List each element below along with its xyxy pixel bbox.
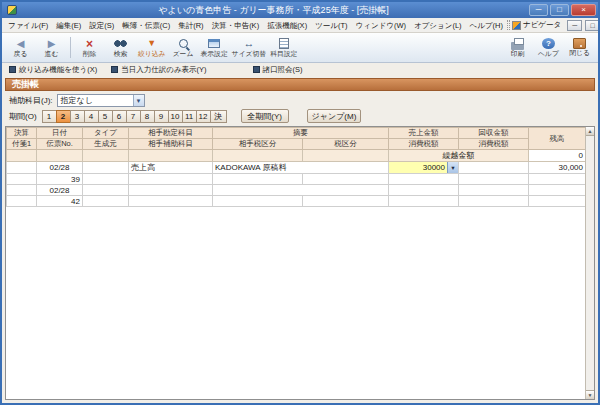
cell-fusen[interactable] xyxy=(7,185,37,196)
menu-help[interactable]: ヘルプ(H) xyxy=(466,18,507,33)
mdi-restore-button[interactable] xyxy=(585,20,598,31)
period-button-4[interactable]: 4 xyxy=(84,110,99,123)
cell-slip-no[interactable]: 42 xyxy=(37,196,83,207)
cell-subaccount[interactable] xyxy=(129,174,213,185)
menu-extensions[interactable]: 拡張機能(X) xyxy=(263,18,311,33)
mdi-minimize-button[interactable] xyxy=(567,20,582,31)
cell-account[interactable]: 売上高 xyxy=(129,162,213,174)
cell[interactable] xyxy=(37,150,83,162)
cell-tax[interactable] xyxy=(303,196,389,207)
menu-totals[interactable]: 集計(R) xyxy=(174,18,207,33)
back-icon xyxy=(14,37,27,50)
navigator-button[interactable]: ナビゲータ xyxy=(523,20,564,30)
cell[interactable] xyxy=(7,174,37,185)
forward-button[interactable]: 進む xyxy=(36,34,67,61)
col-header-description: 摘要 xyxy=(213,128,389,139)
display-settings-button[interactable]: 表示設定 xyxy=(199,34,230,61)
app-icon xyxy=(7,5,17,15)
print-button[interactable]: 印刷 xyxy=(502,34,533,61)
menu-window[interactable]: ウィンドウ(W) xyxy=(352,18,410,33)
col-header-partner-tax: 相手税区分 xyxy=(213,139,303,150)
period-button-5[interactable]: 5 xyxy=(98,110,113,123)
scroll-down-icon[interactable] xyxy=(586,390,594,399)
all-period-button[interactable]: 全期間(Y) xyxy=(241,109,289,123)
cell-collection-amount[interactable] xyxy=(459,185,529,196)
jump-button[interactable]: ジャンプ(M) xyxy=(307,109,362,123)
today-only-checkbox[interactable]: 当日入力仕訳のみ表示(Y) xyxy=(111,65,206,75)
help-button[interactable]: ヘルプ xyxy=(533,34,564,61)
period-button-1[interactable]: 1 xyxy=(42,110,57,123)
cell-description[interactable] xyxy=(213,185,389,196)
cell-collection-amount[interactable] xyxy=(459,162,529,174)
cell[interactable] xyxy=(303,150,389,162)
maximize-button[interactable] xyxy=(550,4,569,16)
vertical-scrollbar[interactable] xyxy=(585,127,594,399)
subaccount-select[interactable]: 指定なし xyxy=(57,94,145,107)
search-icon xyxy=(114,39,127,48)
menu-tools[interactable]: ツール(T) xyxy=(311,18,351,33)
search-button[interactable]: 検索 xyxy=(105,34,136,61)
cell[interactable] xyxy=(7,196,37,207)
cell-sales-tax[interactable] xyxy=(389,174,459,185)
cell-type[interactable] xyxy=(83,162,129,174)
chevron-down-icon[interactable] xyxy=(447,162,458,173)
account-settings-button[interactable]: 科目設定 xyxy=(268,34,299,61)
cell[interactable] xyxy=(83,150,129,162)
delete-button[interactable]: 削除 xyxy=(74,34,105,61)
chevron-down-icon xyxy=(133,95,144,106)
menu-books[interactable]: 帳簿・伝票(C) xyxy=(118,18,174,33)
menu-settings[interactable]: 設定(S) xyxy=(85,18,118,33)
scroll-up-icon[interactable] xyxy=(586,127,594,136)
cell-fusen[interactable] xyxy=(7,162,37,174)
period-button-9[interactable]: 9 xyxy=(154,110,169,123)
cell[interactable] xyxy=(7,150,37,162)
cell[interactable] xyxy=(529,174,586,185)
period-button-11[interactable]: 11 xyxy=(182,110,197,123)
cell-sales-amount[interactable] xyxy=(389,185,459,196)
cell-date[interactable]: 02/28 xyxy=(37,185,83,196)
cell[interactable] xyxy=(83,174,129,185)
period-button-closing[interactable]: 決 xyxy=(210,110,227,123)
close-window-button[interactable]: 閉じる xyxy=(564,34,595,61)
period-button-8[interactable]: 8 xyxy=(140,110,155,123)
period-button-10[interactable]: 10 xyxy=(168,110,183,123)
cell-partner-tax[interactable] xyxy=(213,174,303,185)
cell-slip-no[interactable]: 39 xyxy=(37,174,83,185)
col-header-collection: 回収金額 xyxy=(459,128,529,139)
menu-options[interactable]: オプション(L) xyxy=(410,18,466,33)
filter-button[interactable]: 絞り込み xyxy=(136,34,168,61)
period-button-6[interactable]: 6 xyxy=(112,110,127,123)
table-row: 02/28 xyxy=(7,185,586,196)
cell-partner-tax[interactable] xyxy=(213,196,303,207)
cell[interactable] xyxy=(83,196,129,207)
cell-date[interactable]: 02/28 xyxy=(37,162,83,174)
cell-sales-tax[interactable] xyxy=(389,196,459,207)
cell-collection-tax[interactable] xyxy=(459,196,529,207)
cell-account[interactable] xyxy=(129,185,213,196)
size-toggle-button[interactable]: サイズ切替 xyxy=(230,34,268,61)
sundry-inquiry-checkbox[interactable]: 諸口照会(S) xyxy=(253,65,303,75)
back-button[interactable]: 戻る xyxy=(5,34,36,61)
zoom-button[interactable]: ズーム xyxy=(168,34,199,61)
menu-edit[interactable]: 編集(E) xyxy=(52,18,85,33)
minimize-button[interactable] xyxy=(529,4,548,16)
cell[interactable] xyxy=(529,196,586,207)
menu-file[interactable]: ファイル(F) xyxy=(4,18,52,33)
page-title: 売掛帳 xyxy=(5,78,595,91)
period-button-7[interactable]: 7 xyxy=(126,110,141,123)
cell[interactable] xyxy=(213,150,303,162)
cell[interactable] xyxy=(129,150,213,162)
cell-tax[interactable] xyxy=(303,174,389,185)
period-button-3[interactable]: 3 xyxy=(70,110,85,123)
close-button[interactable] xyxy=(571,4,596,16)
cell-subaccount[interactable] xyxy=(129,196,213,207)
period-button-12[interactable]: 12 xyxy=(196,110,211,123)
cell-sales-amount-editing[interactable]: 30000 xyxy=(389,162,459,174)
menu-closing[interactable]: 決算・申告(K) xyxy=(208,18,264,33)
period-button-2[interactable]: 2 xyxy=(56,110,71,123)
cell-description[interactable]: KADOKAWA 原稿料 xyxy=(213,162,389,174)
filter-feature-checkbox[interactable]: 絞り込み機能を使う(X) xyxy=(9,65,97,75)
cell-collection-tax[interactable] xyxy=(459,174,529,185)
col-header-date: 日付 xyxy=(37,128,83,139)
cell-type[interactable] xyxy=(83,185,129,196)
